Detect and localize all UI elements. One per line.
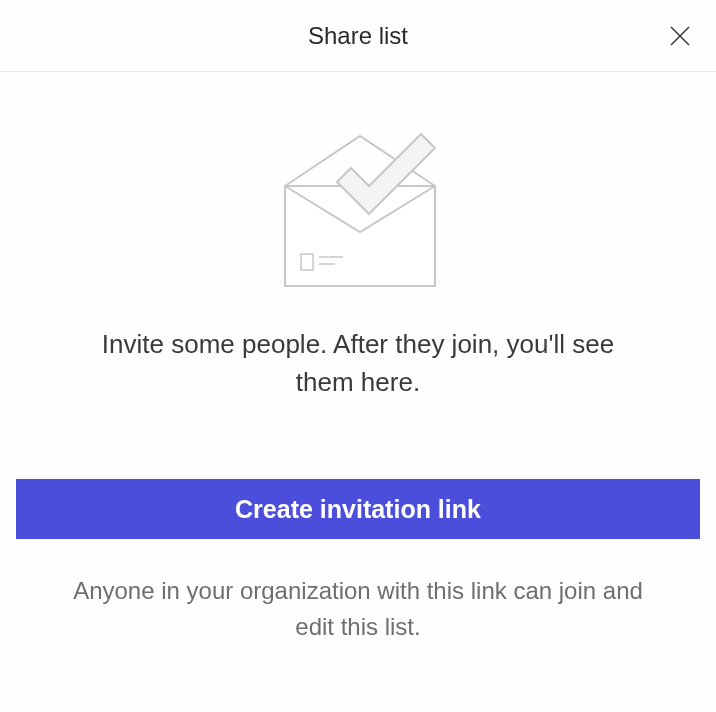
close-button[interactable] xyxy=(664,20,696,52)
create-invitation-link-button[interactable]: Create invitation link xyxy=(16,479,700,539)
close-icon xyxy=(669,25,691,47)
dialog-title: Share list xyxy=(308,22,408,50)
helper-text: Anyone in your organization with this li… xyxy=(38,573,678,645)
envelope-checkmark-illustration xyxy=(263,114,453,298)
share-list-dialog: Share list xyxy=(0,0,716,712)
invite-message: Invite some people. After they join, you… xyxy=(58,326,658,401)
dialog-header: Share list xyxy=(0,0,716,72)
dialog-content: Invite some people. After they join, you… xyxy=(0,72,716,712)
